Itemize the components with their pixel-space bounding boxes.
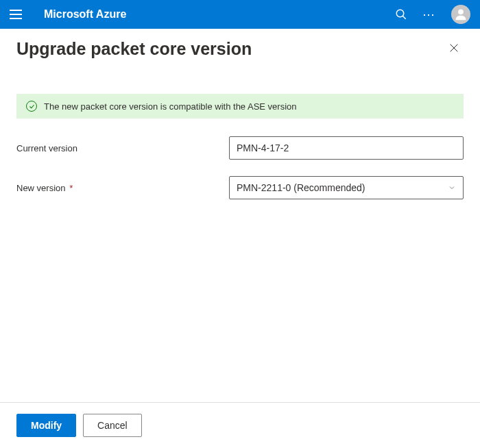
row-current-version: Current version PMN-4-17-2 — [16, 136, 464, 160]
new-version-dropdown[interactable]: PMN-2211-0 (Recommended) — [229, 176, 464, 199]
panel-body: The new packet core version is compatibl… — [0, 60, 480, 402]
new-version-label-text: New version — [16, 183, 66, 193]
svg-point-0 — [396, 10, 404, 17]
svg-line-1 — [403, 16, 406, 19]
close-icon[interactable] — [444, 38, 464, 60]
new-version-label: New version * — [16, 183, 229, 193]
page-title: Upgrade packet core version — [16, 39, 444, 59]
notice-text: The new packet core version is compatibl… — [44, 101, 297, 112]
cancel-button[interactable]: Cancel — [83, 414, 142, 437]
current-version-value: PMN-4-17-2 — [237, 142, 289, 153]
required-marker: * — [69, 183, 73, 193]
top-bar-actions: ⋯ — [395, 5, 470, 24]
more-icon[interactable]: ⋯ — [422, 8, 436, 21]
row-new-version: New version * PMN-2211-0 (Recommended) — [16, 176, 464, 199]
status-notice: The new packet core version is compatibl… — [16, 94, 464, 119]
panel-footer: Modify Cancel — [0, 403, 480, 448]
brand-title: Microsoft Azure — [44, 8, 126, 21]
modify-button[interactable]: Modify — [16, 414, 76, 437]
success-check-icon — [26, 101, 37, 112]
current-version-label: Current version — [16, 143, 229, 153]
new-version-value: PMN-2211-0 (Recommended) — [237, 182, 365, 193]
azure-top-bar: Microsoft Azure ⋯ — [0, 0, 480, 29]
menu-icon[interactable] — [10, 8, 23, 21]
svg-point-2 — [458, 9, 464, 14]
avatar[interactable] — [451, 5, 470, 24]
search-icon[interactable] — [395, 8, 407, 21]
panel-header: Upgrade packet core version — [0, 29, 480, 60]
chevron-down-icon — [448, 184, 456, 192]
current-version-field[interactable]: PMN-4-17-2 — [229, 136, 464, 160]
